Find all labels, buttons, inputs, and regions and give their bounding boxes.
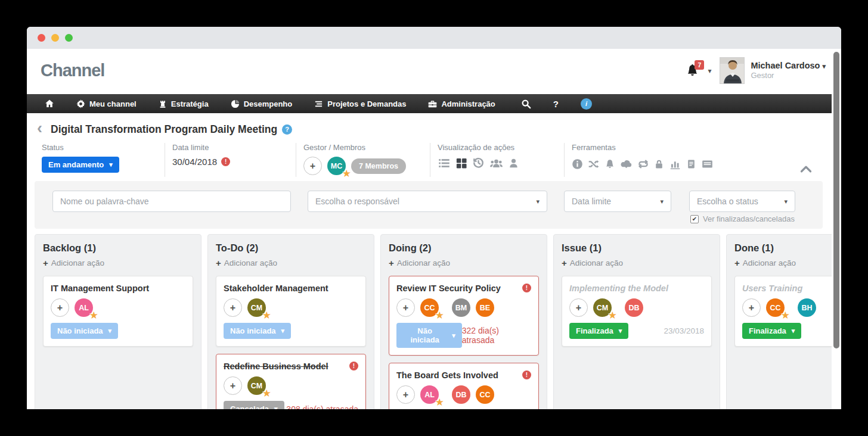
add-member-button[interactable]: + [396,385,415,404]
add-member-button[interactable]: + [224,298,242,317]
list-view-icon[interactable] [438,157,451,169]
lock-icon[interactable] [654,158,664,170]
back-button[interactable]: ‹ [37,122,42,135]
overdue-text: 322 dia(s) atrasada [462,326,531,345]
members-count-button[interactable]: 7 Membros [351,158,406,174]
add-action-button[interactable]: +Adicionar ação [216,258,366,268]
overdue-alert-icon: ! [349,362,358,370]
caret-down-icon: ▾ [660,198,664,205]
card-status-button[interactable]: Cancelada▾ [224,401,284,409]
caret-down-icon: ▾ [108,327,112,335]
info-icon[interactable] [572,158,583,170]
history-icon[interactable] [472,157,485,169]
caret-down-icon: ▾ [784,198,788,205]
status-label: Status [42,143,165,152]
nav-estrategia[interactable]: Estratégia [159,99,209,108]
nav-help[interactable]: ? [553,99,559,109]
add-member-button[interactable]: + [224,376,242,395]
close-window-button[interactable] [38,34,45,42]
avatar[interactable]: BM [452,298,470,317]
person-icon[interactable] [508,157,519,169]
add-member-button[interactable]: + [51,298,69,317]
info-icon[interactable]: i [581,98,592,110]
avatar[interactable]: AL★ [420,385,439,404]
avatar[interactable]: CC★ [420,298,439,317]
nav-desempenho[interactable]: Desempenho [231,99,293,108]
column-title: Done (1) [734,242,832,254]
add-action-button[interactable]: +Adicionar ação [43,258,193,268]
card-title: Users Training [742,284,802,293]
add-action-button[interactable]: +Adicionar ação [562,258,712,268]
notifications-button[interactable]: 7 ▾ [686,64,711,77]
add-member-button[interactable]: + [303,157,322,175]
responsible-select[interactable]: Escolha o responsável▾ [308,191,547,212]
avatar[interactable]: DB [452,385,470,404]
action-card[interactable]: IT Management Support + AL★ Não iniciada… [43,276,193,347]
nav-search[interactable] [521,99,531,109]
team-icon[interactable] [489,157,503,169]
caret-down-icon: ▾ [274,405,278,409]
avatar[interactable]: AL★ [75,298,93,317]
card-status-button[interactable]: Finalizada▾ [742,323,801,339]
star-icon: ★ [262,309,271,322]
manager-avatar[interactable]: MC★ [327,157,346,175]
nav-projetos-demandas[interactable]: Projetos e Demandas [314,99,406,108]
column-title: Doing (2) [389,242,539,254]
minimize-window-button[interactable] [51,34,59,42]
zoom-window-button[interactable] [65,34,73,42]
grid-view-icon[interactable] [455,157,467,169]
scrollbar-thumb[interactable] [833,52,839,348]
nav-administracao[interactable]: Administração [428,99,495,108]
action-card[interactable]: Redefine Business Model ! + CM★ Cancelad… [216,354,366,409]
project-status-button[interactable]: Em andamento▾ [42,157,119,173]
action-card[interactable]: Implementing the Model + CM★ DB Finaliza… [562,276,712,347]
avatar[interactable]: BH [798,298,816,317]
nav-home[interactable] [45,99,54,108]
deadline-filter-select[interactable]: Data limite▾ [564,191,671,212]
channel-logo: Channel [41,61,104,80]
bell-icon[interactable] [604,158,615,170]
app-window: Channel 7 ▾ Michael Cardoso▾ Gestor [27,27,841,409]
user-menu[interactable]: Michael Cardoso▾ Gestor [751,60,826,80]
card-list-icon[interactable] [701,158,714,170]
help-icon[interactable]: ? [282,124,292,135]
add-action-button[interactable]: +Adicionar ação [389,258,539,268]
bar-chart-icon[interactable] [669,158,681,170]
nav-meu-channel[interactable]: Meu channel [76,99,137,108]
card-status-button[interactable]: Finalizada▾ [569,323,628,339]
shuffle-icon[interactable] [588,158,600,170]
avatar[interactable]: BE [476,298,494,317]
show-finished-checkbox[interactable]: ✔ Ver finalizadas/canceladas [690,214,795,223]
collapse-panel-button[interactable] [800,165,812,173]
cloud-download-icon[interactable] [620,158,633,170]
user-avatar[interactable] [720,57,745,84]
avatar[interactable]: CC★ [766,298,785,317]
add-member-button[interactable]: + [396,298,415,317]
keyword-search-input[interactable] [52,191,291,212]
action-card[interactable]: Users Training + CC★ BH Finalizada▾ [734,276,832,347]
avatar[interactable]: CM★ [247,298,266,317]
card-title: Redefine Business Model [224,362,328,371]
checkbox-checked-icon: ✔ [690,215,699,223]
avatar[interactable]: CM★ [593,298,612,317]
avatar[interactable]: CC [476,385,494,404]
action-card[interactable]: The Board Gets Involved ! + AL★ DB CC [389,363,539,409]
notification-count-badge: 7 [695,60,704,70]
gear-icon [76,99,85,108]
document-icon[interactable] [686,158,696,170]
add-action-button[interactable]: +Adicionar ação [734,258,832,268]
avatar[interactable]: CM★ [247,376,266,395]
add-member-button[interactable]: + [742,298,761,317]
card-status-button[interactable]: Não iniciada▾ [396,323,462,348]
column-todo: To-Do (2) +Adicionar ação Stakeholder Ma… [207,234,374,409]
card-status-button[interactable]: Não iniciada▾ [51,323,118,339]
column-title: Backlog (1) [43,242,193,254]
add-member-button[interactable]: + [569,298,588,317]
status-filter-select[interactable]: Escolha o status▾ [689,191,795,212]
action-card[interactable]: Review IT Security Policy ! + CC★ BM BE [389,276,539,356]
card-status-button[interactable]: Não iniciada▾ [224,323,291,339]
repeat-icon[interactable] [637,158,649,170]
card-title: Review IT Security Policy [396,284,501,293]
action-card[interactable]: Stakeholder Management + CM★ Não iniciad… [216,276,366,347]
avatar[interactable]: DB [625,298,643,317]
